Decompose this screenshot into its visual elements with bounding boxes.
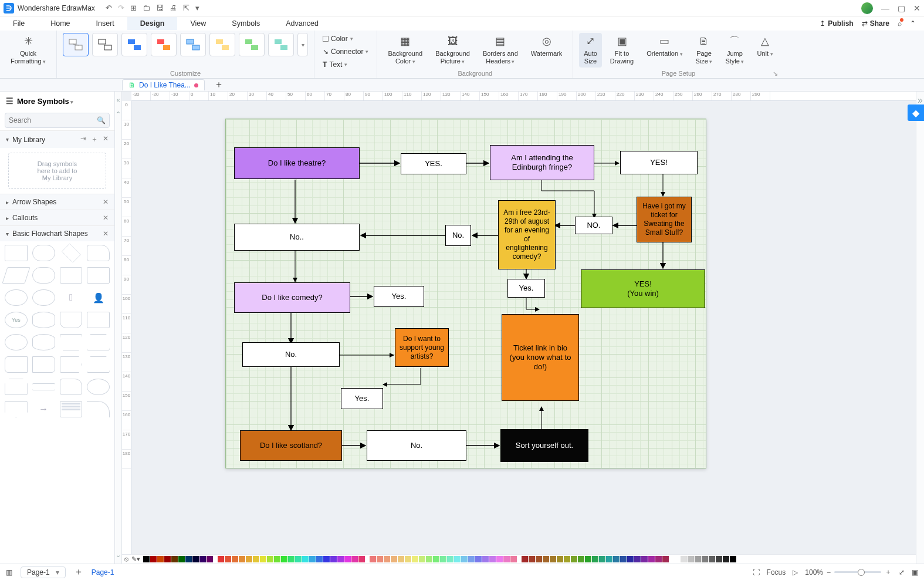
swatch[interactable] bbox=[730, 556, 736, 562]
node-n18[interactable]: Do I like scotland? bbox=[240, 430, 342, 461]
page-name-link[interactable]: Page-1 bbox=[92, 568, 114, 576]
swatch[interactable] bbox=[496, 556, 503, 562]
node-n13[interactable]: YES! (You win) bbox=[581, 269, 705, 308]
shape-doc[interactable] bbox=[60, 312, 83, 328]
shape-o2[interactable] bbox=[87, 379, 110, 395]
page-selector[interactable]: Page-1▾ bbox=[21, 566, 66, 578]
swatch[interactable] bbox=[648, 556, 655, 562]
shape-pill[interactable] bbox=[32, 267, 55, 284]
minimize-icon[interactable]: — bbox=[881, 4, 889, 13]
close-section-icon[interactable]: ✕ bbox=[103, 214, 109, 222]
tab-design[interactable]: Design bbox=[127, 17, 178, 30]
add-icon[interactable]: ＋ bbox=[91, 134, 98, 144]
open-icon[interactable]: 🗀 bbox=[143, 4, 150, 12]
swatch[interactable] bbox=[337, 556, 344, 562]
node-n5[interactable]: Have i got my ticket for Sweating the Sm… bbox=[637, 197, 692, 242]
theme-2[interactable] bbox=[92, 33, 118, 56]
swatch[interactable] bbox=[503, 556, 510, 562]
swatch[interactable] bbox=[323, 556, 330, 562]
undo-icon[interactable]: ↶ bbox=[106, 4, 112, 12]
node-n9[interactable]: No.. bbox=[234, 224, 360, 251]
swatch[interactable] bbox=[489, 556, 496, 562]
shape-shield[interactable] bbox=[5, 401, 28, 417]
swatch[interactable] bbox=[185, 556, 192, 562]
drawing-page[interactable]: Do I like theatre? YES. Am I attending t… bbox=[225, 119, 706, 468]
swatch[interactable] bbox=[482, 556, 489, 562]
node-n17[interactable]: Yes. bbox=[341, 388, 383, 409]
print-icon[interactable]: 🖨 bbox=[170, 4, 177, 12]
quick-formatting-button[interactable]: ✳ Quick Formatting bbox=[6, 33, 50, 68]
shape-trap[interactable] bbox=[60, 334, 83, 350]
swatch[interactable] bbox=[398, 556, 404, 562]
tab-view[interactable]: View bbox=[177, 17, 219, 30]
search-icon[interactable]: 🔍 bbox=[97, 116, 106, 124]
page-size-button[interactable]: 🗎Page Size bbox=[691, 33, 717, 68]
add-page-button[interactable]: ＋ bbox=[74, 566, 83, 578]
swatch[interactable] bbox=[655, 556, 662, 562]
node-n12[interactable]: Yes. bbox=[507, 279, 545, 298]
section-arrow-shapes[interactable]: ▸Arrow Shapes✕ bbox=[0, 194, 114, 210]
maximize-icon[interactable]: ▢ bbox=[898, 4, 905, 13]
swatch[interactable] bbox=[592, 556, 598, 562]
library-dropzone[interactable]: Drag symbols here to add to My Library bbox=[8, 153, 106, 189]
swatch[interactable] bbox=[585, 556, 591, 562]
tab-advanced[interactable]: Advanced bbox=[273, 17, 331, 30]
node-n3[interactable]: Am I attending the Edinburgh fringe? bbox=[490, 145, 594, 180]
close-icon[interactable]: ✕ bbox=[913, 4, 920, 13]
swatch[interactable] bbox=[246, 556, 252, 562]
export-icon[interactable]: ⇱ bbox=[183, 4, 189, 12]
node-n19[interactable]: No. bbox=[367, 430, 466, 461]
swatch[interactable] bbox=[433, 556, 439, 562]
swatch[interactable] bbox=[412, 556, 418, 562]
swatch[interactable] bbox=[199, 556, 206, 562]
shape-roundrect[interactable] bbox=[32, 245, 55, 261]
swatch[interactable] bbox=[440, 556, 446, 562]
shape-ellipse[interactable] bbox=[5, 289, 28, 306]
swatch[interactable] bbox=[171, 556, 178, 562]
shape-parallelogram[interactable] bbox=[2, 267, 30, 284]
node-n16[interactable]: Do I want to support young artists? bbox=[395, 328, 449, 367]
swatch[interactable] bbox=[522, 556, 528, 562]
swatch[interactable] bbox=[316, 556, 323, 562]
node-n20[interactable]: Sort yourself out. bbox=[500, 429, 588, 462]
swatch[interactable] bbox=[613, 556, 620, 562]
shape-lines[interactable] bbox=[32, 383, 55, 390]
swatch[interactable] bbox=[564, 556, 570, 562]
close-section-icon[interactable]: ✕ bbox=[103, 134, 109, 144]
node-n6[interactable]: NO. bbox=[575, 217, 612, 234]
swatch[interactable] bbox=[557, 556, 563, 562]
share-button[interactable]: ⇄ Share bbox=[862, 19, 889, 28]
swatch[interactable] bbox=[461, 556, 468, 562]
document-tab-active[interactable]: 🗎 Do I Like Thea... bbox=[122, 79, 205, 90]
swatch[interactable] bbox=[267, 556, 273, 562]
collapse-ribbon-icon[interactable]: ⌃ bbox=[910, 19, 916, 28]
swatch[interactable] bbox=[681, 556, 687, 562]
swatch[interactable] bbox=[157, 556, 164, 562]
zoom-out-icon[interactable]: − bbox=[827, 568, 831, 576]
canvas-scroll[interactable]: Do I like theatre? YES. Am I attending t… bbox=[131, 101, 916, 564]
swatch[interactable] bbox=[143, 556, 150, 562]
redo-icon[interactable]: ↷ bbox=[118, 4, 124, 12]
zoom-slider[interactable] bbox=[834, 571, 881, 573]
node-n10[interactable]: Do I like comedy? bbox=[234, 282, 350, 313]
swatch[interactable] bbox=[578, 556, 584, 562]
shape-w1[interactable] bbox=[5, 356, 28, 373]
eyedropper-icon[interactable]: ✎▾ bbox=[131, 555, 140, 563]
swatch[interactable] bbox=[627, 556, 634, 562]
fit-drawing-button[interactable]: ▣Fit to Drawing bbox=[605, 33, 638, 68]
swatch[interactable] bbox=[634, 556, 641, 562]
swatch[interactable] bbox=[253, 556, 259, 562]
shape-d1[interactable] bbox=[60, 379, 83, 395]
swatch[interactable] bbox=[351, 556, 358, 562]
theme-4[interactable] bbox=[151, 33, 177, 56]
pages-icon[interactable]: ▥ bbox=[6, 568, 12, 576]
node-n15[interactable]: No. bbox=[242, 342, 340, 367]
shape-subproc[interactable] bbox=[60, 267, 83, 284]
swatch[interactable] bbox=[260, 556, 266, 562]
bg-picture-button[interactable]: 🖼Background Picture bbox=[431, 33, 475, 68]
section-my-library[interactable]: ▾My Library⇥＋✕ bbox=[0, 130, 114, 148]
borders-button[interactable]: ▤Borders and Headers bbox=[478, 33, 523, 68]
swatch[interactable] bbox=[543, 556, 549, 562]
close-section-icon[interactable]: ✕ bbox=[103, 198, 109, 206]
color-dropdown[interactable]: Color bbox=[320, 33, 371, 45]
